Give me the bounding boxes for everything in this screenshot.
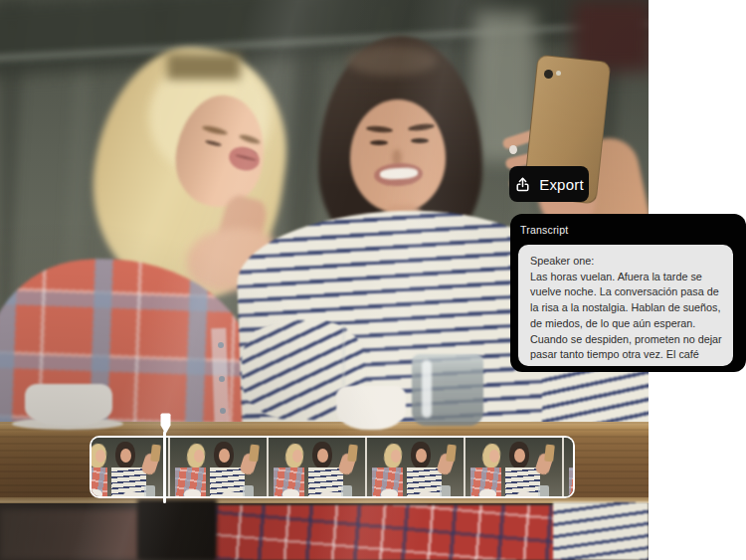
phone-camera-lens xyxy=(544,70,553,79)
timeline-frame[interactable] xyxy=(170,438,267,496)
transcript-card[interactable]: Speaker one: Las horas vuelan. Afuera la… xyxy=(518,245,733,366)
frame-phone xyxy=(446,445,457,463)
export-button[interactable]: Export xyxy=(509,166,589,202)
frame-brunette-face xyxy=(317,449,328,463)
woman-brunette-eye xyxy=(370,140,388,145)
water-glass-highlight xyxy=(422,360,432,418)
filmstrip-track xyxy=(90,438,573,496)
playhead-marker-icon[interactable] xyxy=(158,413,173,439)
timeline-frame[interactable] xyxy=(90,438,168,496)
shirt-button xyxy=(220,408,226,414)
frame-blonde-face xyxy=(292,450,302,463)
frame-cup xyxy=(123,491,138,496)
frame-cup xyxy=(381,489,398,496)
frame-phone xyxy=(150,445,161,463)
transcript-title: Transcript xyxy=(520,224,568,236)
table-leg xyxy=(137,499,217,560)
frame-cup xyxy=(320,491,335,496)
frame-plaid-shirt xyxy=(569,467,575,496)
frame-cup xyxy=(282,489,299,496)
under-table-left xyxy=(0,509,141,560)
frame-cup xyxy=(517,491,532,496)
shirt-button xyxy=(218,342,224,348)
timeline-frame[interactable] xyxy=(269,438,365,496)
coffee-cup-center xyxy=(336,386,406,430)
playhead-line[interactable] xyxy=(163,431,166,503)
frame-phone xyxy=(249,445,260,463)
export-icon xyxy=(514,176,531,193)
frame-brunette-face xyxy=(514,449,525,463)
frame-glass xyxy=(440,485,451,496)
timeline-frame[interactable] xyxy=(564,438,575,496)
frame-blonde-face xyxy=(194,450,204,463)
export-button-label: Export xyxy=(539,176,584,193)
frame-brunette-face xyxy=(416,449,427,463)
frame-cup xyxy=(419,491,434,496)
timeline-frame[interactable] xyxy=(466,438,562,496)
frame-cup xyxy=(184,489,201,496)
frame-phone xyxy=(544,445,555,463)
transcript-body-text: Las horas vuelan. Afuera la tarde se vue… xyxy=(530,270,724,366)
frame-brunette-face xyxy=(120,449,131,463)
transcript-panel: Transcript Speaker one: Las horas vuelan… xyxy=(510,214,746,372)
striped-fabric-below xyxy=(553,502,649,560)
frame-phone xyxy=(347,445,358,463)
thumbnail-manicure xyxy=(509,145,517,154)
frame-cup xyxy=(222,491,237,496)
woman-brunette-hair-shine xyxy=(346,46,438,76)
coffee-cup-left xyxy=(25,384,112,426)
frame-glass xyxy=(243,485,254,496)
frame-cup xyxy=(90,489,102,496)
frame-glass xyxy=(538,485,549,496)
frame-blonde-face xyxy=(391,450,401,463)
frame-glass xyxy=(341,485,352,496)
woman-blonde-hair-roots xyxy=(167,54,241,80)
timeline-frame[interactable] xyxy=(367,438,464,496)
phone-flash xyxy=(556,71,561,76)
frame-cup xyxy=(479,489,496,496)
frame-blonde-face xyxy=(95,450,105,463)
plaid-fabric-below xyxy=(214,505,562,560)
transcript-speaker-label: Speaker one: xyxy=(530,254,724,270)
frame-blonde-face xyxy=(489,450,499,463)
canvas: Export Transcript Speaker one: Las horas… xyxy=(0,0,746,560)
frame-brunette-face xyxy=(219,449,230,463)
woman-brunette-eye xyxy=(411,138,429,143)
shirt-button xyxy=(219,376,225,382)
frame-glass xyxy=(144,485,155,496)
